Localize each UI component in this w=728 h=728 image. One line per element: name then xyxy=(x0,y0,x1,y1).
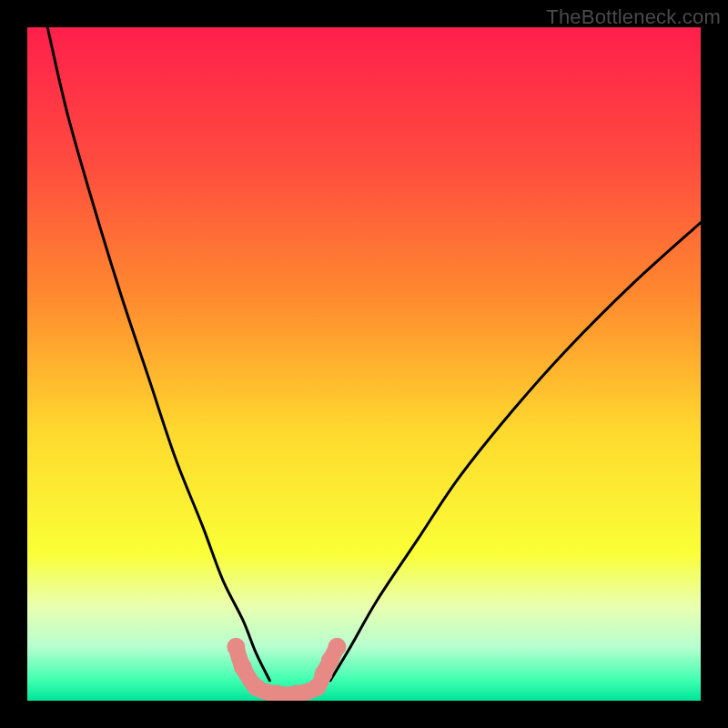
valley-dot xyxy=(227,638,245,656)
watermark-text: TheBottleneck.com xyxy=(546,5,721,29)
plot-area xyxy=(27,27,701,701)
valley-dot xyxy=(234,658,252,676)
chart-svg xyxy=(27,27,701,701)
gradient-background xyxy=(27,27,701,701)
valley-dot xyxy=(248,678,266,696)
valley-dot xyxy=(328,638,346,656)
chart-frame: TheBottleneck.com xyxy=(0,0,728,728)
